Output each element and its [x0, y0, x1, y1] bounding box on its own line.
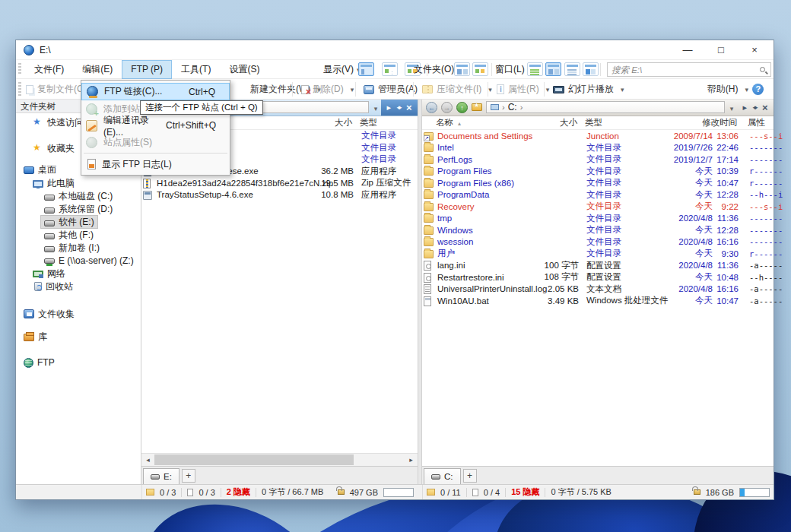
menu-item[interactable]: 文件(F): [25, 60, 73, 79]
swap-panes-icon[interactable]: [752, 104, 756, 111]
destination-column-header[interactable]: 名称 大小 类型 修改时间 属性: [422, 116, 774, 130]
file-row[interactable]: H1dea2e913ad24a22854f318bf6e21e7cN.zip 1…: [143, 177, 418, 189]
tree-item[interactable]: 新加卷 (I:): [41, 242, 103, 254]
scroll-right-icon[interactable]: [405, 454, 418, 466]
up-icon[interactable]: ↑: [456, 102, 468, 113]
window-menu-button[interactable]: 窗口(L): [495, 60, 531, 80]
tree-item[interactable]: 其他 (F:): [41, 229, 97, 241]
file-row[interactable]: UniversalPrinterUninstall.log 2.05 KB 文本…: [424, 283, 774, 296]
new-tab-button[interactable]: +: [463, 469, 477, 483]
tree-item[interactable]: 库: [21, 331, 50, 343]
file-row[interactable]: Win10AU.bat 3.49 KB Windows 批处理文件 今天 10:…: [424, 295, 774, 307]
new-tab-button[interactable]: +: [182, 469, 195, 483]
menu-item[interactable]: 工具(T): [172, 60, 220, 79]
tab-c-drive[interactable]: C:: [424, 468, 461, 485]
details-view-icon[interactable]: [358, 62, 374, 76]
column-name[interactable]: 名称: [434, 117, 542, 128]
close-pane-icon[interactable]: [406, 103, 412, 112]
lock-icon[interactable]: [694, 489, 700, 495]
breadcrumb-drive[interactable]: C:: [508, 102, 517, 112]
maximize-pane-icon[interactable]: [386, 103, 391, 112]
toolbar-button[interactable]: 压缩文件(I): [418, 81, 496, 97]
file-row[interactable]: wsession 文件目录 2020/4/8 16:16 -------: [424, 236, 774, 249]
toolbar-grip[interactable]: [18, 82, 21, 96]
swap-panes-icon[interactable]: [396, 104, 400, 111]
path-dropdown-icon[interactable]: [725, 103, 735, 113]
ftp-menu-item[interactable]: [84, 153, 227, 154]
file-row[interactable]: ProgramData 文件目录 今天 12:28 --h---i: [424, 189, 774, 201]
file-row[interactable]: PerfLogs 文件目录 2019/12/7 17:14 -------: [424, 154, 774, 166]
tree-item[interactable]: 收藏夹: [30, 142, 78, 154]
ftp-menu-item[interactable]: 编辑通讯录(E)... Ctrl+Shift+Q: [81, 117, 230, 134]
search-icon[interactable]: [760, 67, 765, 72]
toolbar-button[interactable]: 帮助(H): [704, 81, 767, 97]
close-button[interactable]: ×: [743, 44, 766, 55]
close-pane-icon[interactable]: [762, 103, 768, 112]
scroll-left-icon[interactable]: [141, 454, 154, 466]
tree-item[interactable]: 回收站: [30, 280, 76, 293]
file-row[interactable]: TrayStatusSetup-4.6.exe 10.8 MB 应用程序: [143, 189, 418, 201]
view-menu-button[interactable]: 显示(V): [323, 60, 361, 80]
toolbar-grip[interactable]: [18, 63, 21, 75]
column-size[interactable]: 大小: [542, 117, 577, 128]
tree-item[interactable]: 系统保留 (D:): [41, 203, 116, 215]
column-type[interactable]: 类型: [360, 117, 418, 128]
tree-item[interactable]: 软件 (E:): [41, 216, 97, 228]
maximize-button[interactable]: □: [710, 44, 732, 55]
search-input[interactable]: [612, 65, 760, 74]
tree-item[interactable]: 此电脑: [30, 177, 78, 189]
column-attr[interactable]: 属性: [748, 117, 774, 128]
file-row[interactable]: lang.ini 100 字节 配置设置 2020/4/8 11:36 -a--…: [424, 260, 774, 272]
path-dropdown-icon[interactable]: [369, 103, 380, 113]
toolbar-button-label: 帮助(H): [707, 83, 739, 96]
file-row[interactable]: Windows 文件目录 今天 12:28 -------: [424, 224, 774, 236]
dual-pane-icon[interactable]: [545, 62, 561, 76]
file-row[interactable]: Program Files 文件目录 今天 10:39 r------: [424, 166, 774, 178]
destination-path-field[interactable]: C:: [486, 101, 725, 113]
tree-item[interactable]: 桌面: [21, 163, 59, 176]
file-row[interactable]: Recovery 文件目录 今天 9:22 ---s--i: [424, 201, 774, 213]
tree-pane-icon[interactable]: [564, 62, 580, 76]
file-row[interactable]: 用户 文件目录 今天 9:30 r------: [424, 248, 774, 260]
toolbar-button[interactable]: 管理员(A): [360, 81, 421, 97]
single-pane-icon[interactable]: [527, 62, 543, 76]
dual-vertical-icon[interactable]: [472, 62, 488, 76]
file-row[interactable]: Intel 文件目录 2019/7/26 22:46 -------: [424, 142, 774, 154]
tree-item[interactable]: E (\\oa-server) (Z:): [41, 255, 137, 267]
column-type[interactable]: 类型: [585, 117, 666, 128]
tree-item-label: 软件 (E:): [59, 216, 94, 229]
scrollbar-thumb[interactable]: [154, 454, 354, 465]
file-row[interactable]: Restartrestore.ini 108 字节 配置设置 今天 10:48 …: [424, 271, 774, 283]
ftp-menu-item[interactable]: FTP 链接(C)... Ctrl+Q: [81, 83, 230, 100]
favorites-folder-icon[interactable]: [472, 103, 482, 111]
search-box[interactable]: [607, 62, 771, 77]
toolbar-button[interactable]: 幻灯片播放: [549, 81, 628, 97]
tree-item[interactable]: 快速访问: [30, 116, 87, 128]
minimize-button[interactable]: —: [676, 44, 699, 55]
file-row[interactable]: Documents and Settings Junction 2009/7/1…: [424, 130, 774, 142]
ftp-menu-item[interactable]: 显示 FTP 日志(L): [81, 156, 230, 173]
menu-item[interactable]: FTP (P): [122, 60, 172, 79]
column-modified[interactable]: 修改时间: [666, 117, 737, 128]
lock-icon[interactable]: [338, 489, 345, 495]
title-bar[interactable]: E:\ — □ ×: [16, 40, 774, 60]
icons-view-icon[interactable]: [382, 62, 398, 76]
file-row[interactable]: tmp 文件目录 2020/4/8 11:36 -------: [424, 213, 774, 225]
file-date: 今天: [667, 166, 713, 177]
tab-e-drive[interactable]: E:: [143, 468, 179, 485]
toolbar-button[interactable]: 删除(D): [297, 81, 357, 97]
column-size[interactable]: 大小: [291, 117, 352, 128]
menu-item[interactable]: 编辑(E): [73, 60, 122, 79]
maximize-pane-icon[interactable]: [742, 103, 747, 112]
back-icon[interactable]: ←: [426, 102, 437, 113]
forward-icon[interactable]: →: [441, 102, 453, 113]
horizontal-scrollbar[interactable]: [141, 453, 418, 466]
tree-item[interactable]: 网络: [30, 268, 68, 280]
file-row[interactable]: Program Files (x86) 文件目录 今天 10:47 r-----…: [424, 177, 774, 189]
viewer-pane-icon[interactable]: [583, 62, 599, 76]
dual-horizontal-icon[interactable]: [454, 62, 470, 76]
tree-item[interactable]: 文件收集: [21, 308, 78, 320]
tree-item[interactable]: 本地磁盘 (C:): [41, 190, 116, 202]
menu-item[interactable]: 设置(S): [220, 60, 268, 79]
tree-item[interactable]: FTP: [21, 356, 58, 369]
